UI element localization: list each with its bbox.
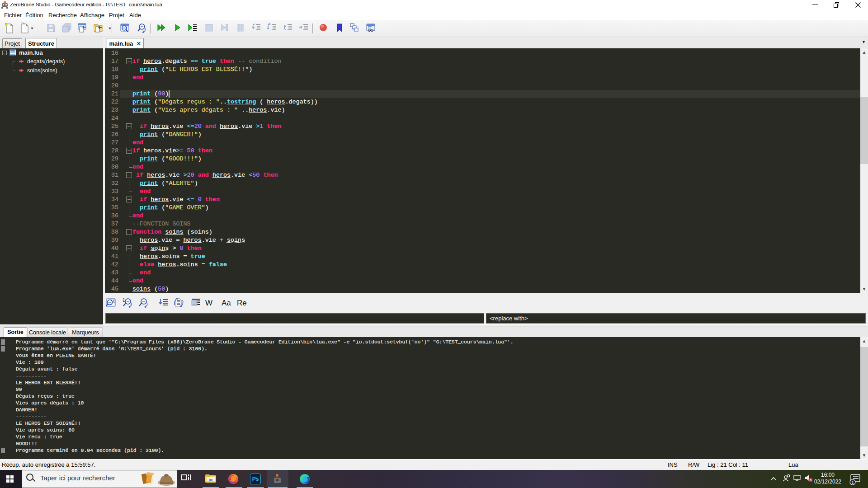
svg-text:1: 1 [852,480,854,485]
svg-text:Re: Re [237,299,247,307]
svg-text:Aa: Aa [222,299,231,307]
svg-text:1: 1 [123,298,125,303]
svg-text:W: W [205,299,212,307]
